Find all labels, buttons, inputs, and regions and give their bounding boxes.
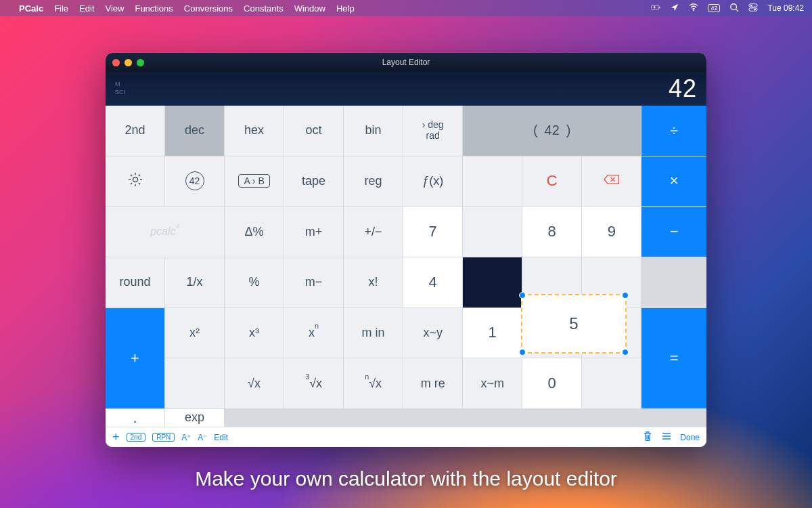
key-angle-mode[interactable]: › degrad [403,106,462,156]
key-plus[interactable]: + [106,308,164,408]
minimize-window-button[interactable] [125,59,132,66]
key-0[interactable]: 0 [522,358,581,408]
svg-point-9 [133,177,137,182]
pcalc-menubar-icon[interactable]: 42 [708,4,720,12]
key-mminus[interactable]: m− [284,257,343,308]
paren-close: ) [566,123,571,138]
battery-icon[interactable] [651,3,660,14]
key-settings[interactable] [106,156,164,207]
edit-button[interactable]: Edit [214,433,228,442]
key-minus[interactable]: − [641,207,706,257]
key-equals[interactable]: = [641,308,706,408]
layout-editor-window: Layout Editor M SCI 42 2nd dec hex oct b… [106,53,706,447]
empty-cell[interactable] [463,156,522,207]
key-dec[interactable]: dec [165,106,224,156]
key-xm[interactable]: x~m [463,358,522,408]
key-factorial[interactable]: x! [344,257,403,308]
empty-cell[interactable] [582,358,641,408]
svg-point-8 [754,8,757,10]
key-plusminus[interactable]: +/− [344,207,403,257]
memory-display[interactable]: ( 42 ) [463,106,641,156]
key-x2[interactable]: x² [165,308,224,358]
list-icon[interactable] [661,431,672,444]
key-delta-percent[interactable]: Δ% [225,207,284,257]
key-divide[interactable]: ÷ [641,106,706,156]
key-backspace[interactable] [582,156,641,207]
key-round[interactable]: round [106,257,164,308]
key-exp[interactable]: exp [165,409,224,427]
menu-file[interactable]: File [54,3,68,14]
control-center-icon[interactable] [748,3,758,14]
key-brand[interactable]: pcalc4 [106,207,224,257]
key-clear[interactable]: C [522,156,581,207]
key-8[interactable]: 8 [522,207,581,257]
marketing-caption: Make your own calculator with the layout… [0,467,812,490]
key-2nd[interactable]: 2nd [106,106,164,156]
floating-key-label: 5 [569,314,578,333]
location-icon[interactable] [670,3,679,14]
key-sqrt[interactable]: √x [225,358,284,408]
done-button[interactable]: Done [680,433,700,442]
key-9[interactable]: 9 [582,207,641,257]
macos-menubar: PCalc File Edit View Functions Conversio… [0,0,812,16]
keypad-canvas[interactable]: 2nd dec hex oct bin › degrad ( 42 ) ÷ 42… [106,106,706,427]
key-mre[interactable]: m re [403,358,462,408]
app-menu[interactable]: PCalc [19,3,43,14]
spotlight-icon[interactable] [729,3,739,14]
key-4[interactable]: 4 [403,257,462,308]
toggle-rpn[interactable]: RPN [152,433,175,442]
menu-window[interactable]: Window [294,3,325,14]
key-reg[interactable]: reg [344,156,403,207]
window-title: Layout Editor [382,58,430,67]
font-larger[interactable]: A⁺ [181,433,191,442]
key-hex[interactable]: hex [225,106,284,156]
key-cbrt[interactable]: 3√x [284,358,343,408]
menu-functions[interactable]: Functions [135,3,173,14]
resize-handle-br[interactable] [622,349,629,356]
menu-conversions[interactable]: Conversions [184,3,233,14]
add-key-button[interactable]: + [112,430,120,444]
key-42[interactable]: 42 [165,156,224,207]
key-tape[interactable]: tape [284,156,343,207]
resize-handle-bl[interactable] [519,349,526,356]
wifi-icon[interactable] [689,3,698,14]
toggle-2nd[interactable]: 2nd [127,433,146,442]
menu-help[interactable]: Help [336,3,355,14]
zoom-window-button[interactable] [137,59,144,66]
floating-key-5[interactable]: 5 [521,294,627,354]
resize-handle-tl[interactable] [519,292,526,299]
empty-cell-dark[interactable] [463,257,522,308]
key-xswapy[interactable]: x~y [403,308,462,358]
clock[interactable]: Tue 09:42 [767,3,804,13]
resize-handle-tr[interactable] [622,292,629,299]
display-mode-m: M [115,81,125,89]
key-x3[interactable]: x³ [225,308,284,358]
key-fx[interactable]: ƒ(x) [403,156,462,207]
key-multiply[interactable]: × [641,156,706,207]
display-value: 42 [669,75,697,103]
key-mplus[interactable]: m+ [284,207,343,257]
key-convert[interactable]: A › B [225,156,284,207]
window-titlebar[interactable]: Layout Editor [106,53,706,72]
key-reciprocal[interactable]: 1/x [165,257,224,308]
key-bin[interactable]: bin [344,106,403,156]
key-decimal[interactable]: . [106,409,164,427]
key-nroot[interactable]: n√x [344,358,403,408]
close-window-button[interactable] [112,59,120,66]
svg-point-7 [750,4,752,6]
key-7[interactable]: 7 [403,207,462,257]
menu-edit[interactable]: Edit [79,3,94,14]
key-xn[interactable]: xn [284,308,343,358]
key-oct[interactable]: oct [284,106,343,156]
calculator-display: M SCI 42 [106,72,706,106]
font-smaller[interactable]: A⁻ [198,433,207,442]
menu-view[interactable]: View [106,3,125,14]
empty-cell[interactable] [165,358,224,408]
key-percent[interactable]: % [225,257,284,308]
empty-cell[interactable] [463,207,522,257]
memory-value: 42 [545,123,560,138]
trash-icon[interactable] [642,431,653,444]
menu-constants[interactable]: Constants [244,3,284,14]
key-min[interactable]: m in [344,308,403,358]
key-1[interactable]: 1 [463,308,522,358]
